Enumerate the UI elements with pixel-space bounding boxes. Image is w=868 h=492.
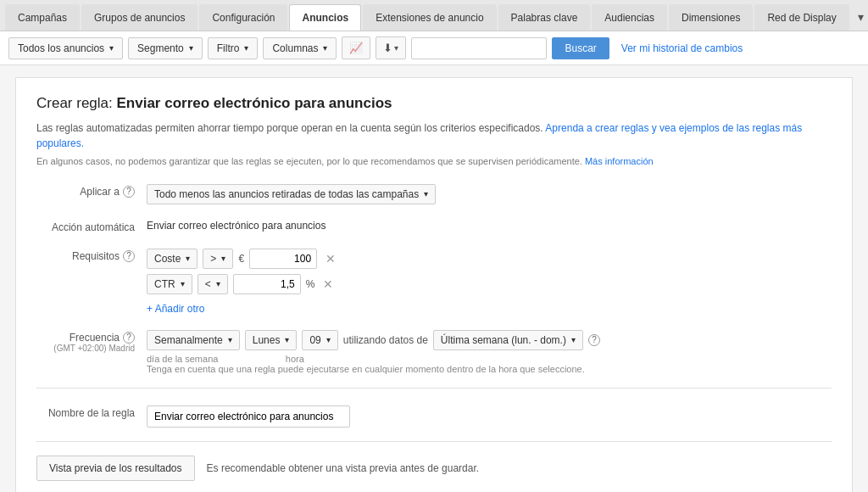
- accion-value: Enviar correo electrónico para anuncios: [147, 216, 832, 232]
- history-link[interactable]: Ver mi historial de cambios: [621, 42, 743, 54]
- preview-note: Es recomendable obtener una vista previa…: [207, 462, 480, 474]
- toolbar: Todos los anuncios ▾ Segmento ▾ Filtro ▾…: [0, 31, 868, 65]
- chevron-down-icon: ▾: [323, 43, 327, 53]
- tab-audiencias[interactable]: Audiencias: [592, 4, 667, 31]
- req2-close-icon[interactable]: ✕: [323, 277, 333, 291]
- download-icon: ⬇: [383, 42, 392, 54]
- info-text-small: En algunos casos, no podemos garantizar …: [36, 154, 832, 169]
- chevron-down-icon: ▾: [571, 335, 576, 344]
- using-data-label: utilizando datos de: [343, 334, 428, 346]
- rule-name-input[interactable]: [147, 405, 350, 428]
- form-section: Aplicar a ? Todo menos las anuncios reti…: [36, 181, 832, 374]
- chevron-down-icon: ▾: [186, 254, 190, 263]
- requisitos-help-icon[interactable]: ?: [123, 250, 135, 262]
- chevron-down-icon: ▾: [221, 254, 225, 263]
- filter-button[interactable]: Filtro ▾: [208, 37, 259, 59]
- req1-currency: €: [238, 253, 244, 265]
- all-ads-button[interactable]: Todos los anuncios ▾: [8, 37, 123, 59]
- req2-unit: %: [306, 278, 315, 290]
- freq-note3: Tenga en cuenta que una regla puede ejec…: [147, 364, 600, 374]
- more-tabs-button[interactable]: ▾: [851, 3, 868, 31]
- search-input[interactable]: [411, 37, 547, 59]
- freq-range-dropdown[interactable]: Última semana (lun. - dom.) ▾: [433, 330, 583, 350]
- columns-label: Columnas: [272, 42, 318, 54]
- add-another-link[interactable]: + Añadir otro: [147, 303, 336, 315]
- req2-op-dropdown[interactable]: < ▾: [198, 274, 228, 294]
- tab-campanas[interactable]: Campañas: [5, 4, 80, 31]
- req1-value-input[interactable]: [249, 249, 317, 269]
- frecuencia-row: Frecuencia ? (GMT +02:00) Madrid Semanal…: [36, 327, 832, 374]
- frecuencia-sub: (GMT +02:00) Madrid: [53, 344, 135, 353]
- tab-anuncios[interactable]: Anuncios: [289, 4, 361, 31]
- requisitos-value: Coste ▾ > ▾ € ✕ CTR: [147, 245, 832, 315]
- chevron-down-icon: ▾: [285, 335, 289, 344]
- chevron-down-icon: ▾: [181, 279, 185, 288]
- tab-red[interactable]: Red de Display: [754, 4, 849, 31]
- download-button[interactable]: ⬇ ▾: [376, 36, 406, 59]
- aplicar-dropdown[interactable]: Todo menos las anuncios retiradas de tod…: [147, 184, 436, 204]
- chart-button[interactable]: 📈: [342, 36, 370, 59]
- req1-field-dropdown[interactable]: Coste ▾: [147, 249, 198, 269]
- chevron-down-icon: ▾: [216, 279, 220, 288]
- separator2: [36, 441, 832, 442]
- req1-op-dropdown[interactable]: > ▾: [203, 249, 233, 269]
- page-title: Crear regla: Enviar correo electrónico p…: [36, 95, 832, 112]
- frecuencia-help-icon[interactable]: ?: [123, 332, 135, 344]
- nombre-value: [147, 402, 832, 428]
- freq-day-dropdown[interactable]: Lunes ▾: [245, 330, 298, 350]
- main-content: Crear regla: Enviar correo electrónico p…: [15, 77, 853, 492]
- info-text: Las reglas automatizadas permiten ahorra…: [36, 120, 832, 151]
- chevron-down-icon: ▾: [244, 43, 248, 53]
- filter-label: Filtro: [217, 42, 240, 54]
- aplicar-row: Aplicar a ? Todo menos las anuncios reti…: [36, 181, 832, 204]
- req2-value-input[interactable]: [233, 274, 301, 294]
- chevron-down-icon: ▾: [189, 43, 193, 53]
- req-row-1: Coste ▾ > ▾ € ✕: [147, 249, 336, 269]
- chevron-down-icon: ▾: [424, 189, 428, 198]
- tab-palabras[interactable]: Palabras clave: [498, 4, 591, 31]
- requisitos-row: Requisitos ? Coste ▾ > ▾ €: [36, 245, 832, 315]
- chart-icon: 📈: [349, 42, 363, 54]
- all-ads-label: Todos los anuncios: [18, 42, 104, 54]
- tab-dimensiones[interactable]: Dimensiones: [669, 4, 753, 31]
- info-link2[interactable]: Más información: [585, 156, 654, 166]
- freq-range-help-icon[interactable]: ?: [588, 334, 600, 346]
- frecuencia-label: Frecuencia: [70, 332, 120, 344]
- chevron-down-icon: ▾: [394, 43, 398, 53]
- tab-extensiones[interactable]: Extensiones de anuncio: [363, 4, 496, 31]
- bottom-section: Vista previa de los resultados Es recome…: [36, 456, 832, 481]
- chevron-down-icon: ▾: [109, 43, 114, 53]
- nav-tabs: Campañas Grupos de anuncios Configuració…: [0, 0, 868, 31]
- columns-button[interactable]: Columnas ▾: [263, 37, 337, 59]
- tab-grupos[interactable]: Grupos de anuncios: [81, 4, 198, 31]
- aplicar-help-icon[interactable]: ?: [123, 186, 135, 198]
- chevron-down-icon: ▾: [326, 335, 331, 344]
- req-row-2: CTR ▾ < ▾ % ✕: [147, 274, 336, 294]
- nombre-row: Nombre de la regla: [36, 402, 832, 428]
- requisitos-label: Requisitos ?: [36, 245, 147, 262]
- segment-button[interactable]: Segmento ▾: [128, 37, 203, 59]
- aplicar-label: Aplicar a ?: [36, 181, 147, 198]
- req-group: Coste ▾ > ▾ € ✕ CTR: [147, 249, 336, 315]
- frecuencia-value: Semanalmente ▾ Lunes ▾ 09 ▾ utilizando d…: [147, 327, 832, 374]
- freq-freq-dropdown[interactable]: Semanalmente ▾: [147, 330, 240, 350]
- freq-hour-dropdown[interactable]: 09 ▾: [302, 330, 337, 350]
- separator: [36, 388, 832, 389]
- freq-row: Semanalmente ▾ Lunes ▾ 09 ▾ utilizando d…: [147, 330, 600, 374]
- nombre-label: Nombre de la regla: [36, 402, 147, 419]
- tab-configuracion[interactable]: Configuración: [199, 4, 287, 31]
- req1-close-icon[interactable]: ✕: [326, 252, 336, 266]
- search-button[interactable]: Buscar: [552, 37, 609, 59]
- preview-button[interactable]: Vista previa de los resultados: [36, 456, 195, 481]
- chevron-down-icon: ▾: [228, 335, 232, 344]
- segment-label: Segmento: [137, 42, 184, 54]
- freq-note: día de la semana hora: [147, 354, 600, 364]
- aplicar-value: Todo menos las anuncios retiradas de tod…: [147, 181, 832, 204]
- accion-row: Acción automática Enviar correo electrón…: [36, 216, 832, 233]
- req2-field-dropdown[interactable]: CTR ▾: [147, 274, 192, 294]
- freq-controls: Semanalmente ▾ Lunes ▾ 09 ▾ utilizando d…: [147, 330, 600, 350]
- accion-label: Acción automática: [36, 216, 147, 233]
